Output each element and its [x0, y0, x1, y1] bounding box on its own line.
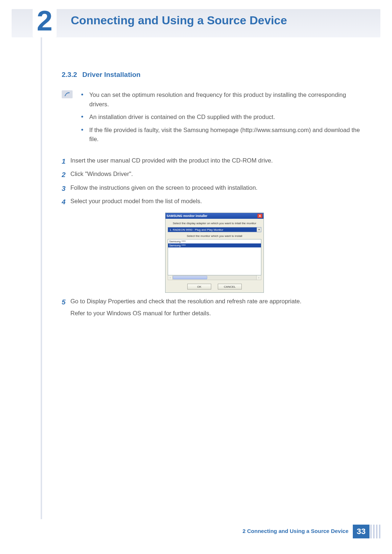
- embedded-screenshot: SAMSUNG monitor installer X Select the d…: [62, 213, 367, 293]
- step-text: Insert the user manual CD provided with …: [70, 156, 367, 167]
- monitor-label: Select the monitor which you want to ins…: [168, 234, 261, 238]
- dialog-title: SAMSUNG monitor installer: [167, 214, 207, 218]
- section-title: Driver Installation: [82, 71, 141, 79]
- footer-chapter-title: 2 Connecting and Using a Source Device: [242, 528, 348, 534]
- adapter-label: Select the display adapter on which you …: [168, 222, 261, 225]
- footer-decoration: [370, 525, 380, 538]
- scroll-left-icon[interactable]: ‹: [168, 275, 173, 280]
- step-text: Click "Windows Driver".: [70, 169, 367, 180]
- step-4: 4 Select your product model from the lis…: [62, 196, 367, 208]
- note-list: You can set the optimum resolution and f…: [79, 90, 367, 148]
- page-number: 33: [353, 525, 369, 538]
- page-content: 2.3.2 Driver Installation You can set th…: [62, 71, 367, 321]
- note-icon: [62, 90, 73, 98]
- step-2: 2 Click "Windows Driver".: [62, 169, 367, 180]
- note-item: If the file provided is faulty, visit th…: [79, 126, 367, 144]
- monitor-listbox[interactable]: Samsung **** Samsung ****: [168, 239, 261, 275]
- steps-list: 1 Insert the user manual CD provided wit…: [62, 156, 367, 319]
- step-5: 5 Go to Display Properties and check tha…: [62, 296, 367, 318]
- dialog-body: Select the display adapter on which you …: [166, 219, 264, 292]
- dialog-buttons: OK CANCEL: [168, 284, 261, 290]
- horizontal-scrollbar[interactable]: ‹ ›: [168, 275, 261, 280]
- installer-dialog: SAMSUNG monitor installer X Select the d…: [165, 213, 264, 293]
- footer-chapter-number: 2: [242, 528, 245, 534]
- note-block: You can set the optimum resolution and f…: [62, 90, 367, 148]
- step-1: 1 Insert the user manual CD provided wit…: [62, 156, 367, 167]
- section-heading: 2.3.2 Driver Installation: [62, 71, 367, 79]
- step-number: 4: [62, 196, 70, 208]
- cancel-button[interactable]: CANCEL: [218, 284, 242, 290]
- step-number: 2: [62, 169, 70, 180]
- ok-button[interactable]: OK: [187, 284, 211, 290]
- close-icon[interactable]: X: [257, 214, 262, 218]
- adapter-dropdown[interactable]: 1. RADEON 9550 : Plug and Play Monitor ▾: [168, 227, 261, 232]
- list-item[interactable]: Samsung ****: [168, 239, 261, 243]
- step-text-line: Go to Display Properties and check that …: [70, 296, 367, 306]
- scroll-thumb[interactable]: [173, 276, 207, 279]
- step-text: Go to Display Properties and check that …: [70, 296, 367, 318]
- list-item[interactable]: Samsung ****: [168, 243, 261, 247]
- step-number: 3: [62, 183, 70, 194]
- chevron-down-icon[interactable]: ▾: [257, 227, 261, 232]
- step-number: 1: [62, 156, 70, 167]
- step-text: Follow the instructions given on the scr…: [70, 183, 367, 194]
- chapter-title: Connecting and Using a Source Device: [71, 14, 287, 27]
- adapter-value: 1. RADEON 9550 : Plug and Play Monitor: [170, 228, 223, 231]
- footer-chapter-name: Connecting and Using a Source Device: [247, 528, 348, 534]
- section-number: 2.3.2: [62, 71, 77, 79]
- step-text: Select your product model from the list …: [70, 196, 367, 208]
- step-3: 3 Follow the instructions given on the s…: [62, 183, 367, 194]
- step-number: 5: [62, 296, 70, 318]
- dialog-titlebar: SAMSUNG monitor installer X: [166, 213, 264, 219]
- note-item: An installation driver is contained on t…: [79, 112, 367, 122]
- page-footer: 2 Connecting and Using a Source Device 3…: [0, 525, 392, 538]
- left-margin-rule: [41, 9, 42, 519]
- note-item: You can set the optimum resolution and f…: [79, 90, 367, 109]
- scroll-right-icon[interactable]: ›: [256, 275, 261, 280]
- step-text-line: Refer to your Windows OS manual for furt…: [70, 308, 367, 318]
- chapter-number: 2: [37, 7, 52, 35]
- chapter-badge: 2: [33, 4, 57, 37]
